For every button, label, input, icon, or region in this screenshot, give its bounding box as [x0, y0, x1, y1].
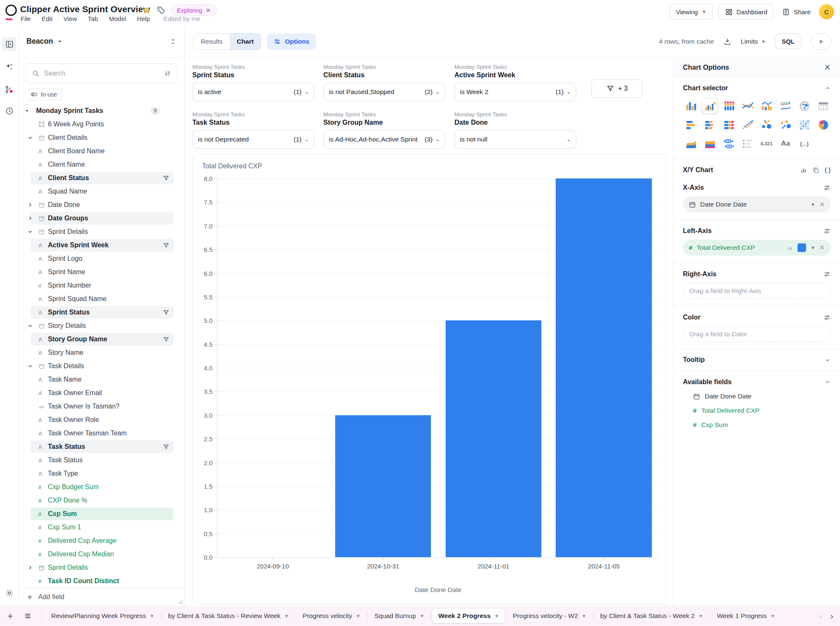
field-item[interactable]: ASprint Status — [19, 306, 184, 319]
chart-type-text-icon[interactable]: Aa — [777, 136, 793, 152]
chart-type-json-icon[interactable]: {...} — [796, 136, 812, 152]
menu-file[interactable]: File — [21, 15, 31, 22]
field-item[interactable]: AStory Group Name — [19, 333, 184, 346]
lineage-branch-icon[interactable] — [2, 82, 16, 97]
available-field[interactable]: #Total Delivered CXP — [683, 403, 831, 418]
filter-value-select[interactable]: is not Paused,Stopped(2)⌄ — [323, 83, 445, 101]
field-item[interactable]: AClient Status — [19, 171, 184, 185]
field-item[interactable]: ASquad Name — [19, 185, 184, 198]
left-axis-settings-icon[interactable] — [823, 227, 831, 235]
share-button[interactable]: Share — [780, 4, 813, 20]
chart-type-stacked-area-icon[interactable] — [702, 136, 718, 152]
in-use-filter-chip[interactable]: In-use — [26, 89, 62, 100]
field-item[interactable]: #CXP Done % — [19, 494, 184, 507]
tabs-scroll-right-icon[interactable]: › — [830, 611, 833, 621]
expand-chevron-icon[interactable] — [27, 565, 38, 571]
badge-close-icon[interactable]: ✕ — [205, 7, 211, 14]
field-filter-icon[interactable] — [163, 242, 169, 249]
expand-chevron-icon[interactable] — [27, 215, 38, 221]
menu-tab[interactable]: Tab — [88, 15, 98, 22]
color-settings-icon[interactable] — [823, 314, 831, 321]
chart-type-number-icon[interactable]: 4,321 — [759, 136, 774, 152]
history-clock-icon[interactable] — [2, 104, 16, 118]
field-filter-icon[interactable] — [163, 336, 169, 343]
settings-gear-icon[interactable] — [2, 586, 16, 600]
menu-model[interactable]: Model — [109, 15, 126, 22]
field-item[interactable]: #Task ID Count Distinct — [19, 574, 184, 587]
field-item[interactable]: Sprint Details — [19, 561, 184, 574]
chart-type-stacked-column-icon[interactable] — [721, 98, 737, 114]
field-filter-icon[interactable] — [163, 175, 169, 181]
chart-type-bubble-icon[interactable] — [759, 117, 774, 133]
chart-type-full-stacked-hbar-icon[interactable] — [721, 117, 737, 133]
tab-menu-icon[interactable] — [24, 612, 32, 620]
field-item[interactable]: AStory Name — [19, 346, 184, 359]
workbook-tab[interactable]: Progress velocity▼ — [297, 609, 367, 623]
field-item[interactable]: ATask Type — [19, 467, 184, 480]
chart-selector-collapse-icon[interactable] — [824, 85, 831, 92]
json-braces-icon[interactable]: { } — [824, 167, 831, 173]
model-selector[interactable]: Beacon — [26, 37, 53, 46]
run-query-button[interactable] — [811, 33, 832, 50]
filter-value-select[interactable]: is not Deprecated(1)⌄ — [192, 130, 314, 149]
chart-type-boxplot-icon[interactable] — [721, 136, 737, 152]
more-filters-button[interactable]: + 3 — [591, 79, 643, 98]
chart-type-heatmap-icon[interactable] — [796, 117, 812, 133]
menu-help[interactable]: Help — [137, 15, 150, 22]
ai-sparkles-icon[interactable] — [2, 60, 16, 74]
chart-type-scatter-icon[interactable] — [740, 117, 756, 133]
chart-type-kpi-icon[interactable]: 123 — [777, 98, 793, 114]
viewing-dropdown[interactable]: Viewing▼ — [669, 4, 712, 20]
tabs-scroll-left-icon[interactable]: ‹ — [819, 611, 822, 621]
x-axis-field-pill[interactable]: Date Done Date ▼✕ — [683, 196, 831, 212]
workbook-tab[interactable]: by Client & Task Status - Review Week▼ — [162, 609, 294, 623]
field-item[interactable]: Date Groups — [19, 212, 184, 225]
field-item[interactable]: Task Details — [19, 359, 184, 373]
dashboard-button[interactable]: Dashboard — [719, 4, 774, 20]
workbook-tab[interactable]: Progress velocity - W2▼ — [507, 609, 592, 623]
field-item[interactable]: #Delivered Cxp Median — [19, 547, 184, 561]
field-item[interactable]: ASprint Squad Name — [19, 292, 184, 306]
options-button[interactable]: Options — [267, 34, 316, 50]
available-field[interactable]: #Cxp Sum — [683, 418, 831, 432]
field-item[interactable]: #Cxp Sum 1 — [19, 521, 184, 534]
available-fields-collapse-icon[interactable] — [824, 379, 831, 385]
right-axis-settings-icon[interactable] — [823, 270, 831, 278]
menu-edit[interactable]: Edit — [42, 15, 52, 22]
favorite-star-icon[interactable] — [142, 6, 151, 15]
mini-bars-icon[interactable] — [800, 167, 807, 174]
field-item[interactable]: #Cxp Sum — [19, 507, 184, 521]
chart-type-area-icon[interactable] — [683, 136, 699, 152]
pill-caret-icon[interactable]: ▼ — [811, 245, 815, 250]
field-item[interactable]: ATask Status — [19, 453, 184, 467]
series-color-swatch[interactable] — [797, 243, 806, 252]
field-item[interactable]: #Delivered Cxp Average — [19, 534, 184, 547]
download-icon[interactable] — [723, 37, 732, 46]
chart-type-table-icon[interactable] — [815, 98, 831, 114]
document-title[interactable]: Clipper Active Sprint Overview — [20, 4, 150, 14]
limits-dropdown[interactable]: Limits▼ — [741, 38, 766, 45]
exploring-badge[interactable]: Exploring✕ — [171, 5, 217, 16]
group-caret-icon[interactable] — [24, 108, 35, 113]
field-item[interactable]: Date Done — [19, 198, 184, 212]
tag-icon[interactable] — [157, 6, 165, 15]
workbook-tab[interactable]: Review/Planning Week Progress▼ — [45, 609, 160, 623]
user-avatar[interactable]: C — [819, 4, 834, 19]
filter-value-select[interactable]: is Ad-Hoc,Ad-hoc,Active Sprint(3)⌄ — [323, 130, 445, 149]
expand-chevron-icon[interactable] — [27, 363, 38, 369]
filter-value-select[interactable]: is active(1)⌄ — [192, 83, 314, 101]
chart-bar[interactable] — [556, 178, 652, 557]
view-tab-chart[interactable]: Chart — [230, 34, 261, 50]
add-tab-icon[interactable] — [7, 613, 14, 620]
x-axis-settings-icon[interactable] — [823, 184, 831, 191]
collapse-all-icon[interactable] — [169, 38, 177, 45]
expand-chevron-icon[interactable] — [27, 135, 38, 141]
chart-type-bar-grouped-icon[interactable] — [702, 98, 718, 114]
pill-caret-icon[interactable]: ▼ — [811, 202, 815, 207]
chart-bar[interactable] — [335, 415, 431, 557]
chart-type-line-icon[interactable] — [740, 98, 756, 114]
expand-chevron-icon[interactable] — [27, 323, 38, 329]
search-input[interactable] — [44, 70, 159, 77]
expand-chevron-icon[interactable] — [27, 229, 38, 235]
search-filters-icon[interactable] — [164, 70, 171, 77]
